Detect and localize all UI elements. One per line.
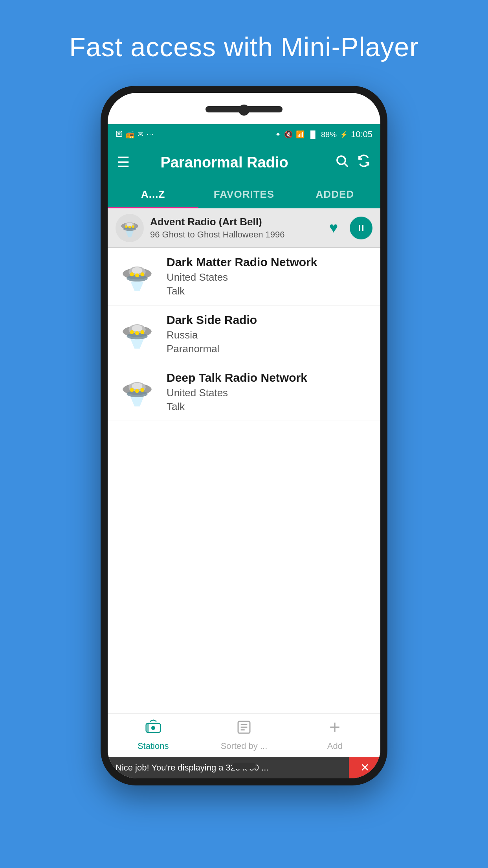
svg-point-7 <box>128 226 131 228</box>
mini-player-info: Advent Radio (Art Bell) 96 Ghost to Ghos… <box>150 216 323 240</box>
wifi-icon: 📶 <box>296 130 305 139</box>
tab-az[interactable]: A...Z <box>108 180 198 208</box>
bottom-navigation: Stations Sorted by ... <box>108 714 380 757</box>
status-left-icons: 🖼 📻 ✉ ··· <box>116 130 154 139</box>
battery-indicator: 88% <box>321 130 337 139</box>
svg-point-34 <box>140 388 144 392</box>
sortedby-nav-icon <box>236 719 252 739</box>
station-art-1 <box>116 255 159 298</box>
svg-point-0 <box>337 156 345 164</box>
sortedby-nav-label: Sorted by ... <box>221 741 268 751</box>
list-item[interactable]: Dark Side Radio Russia Paranormal <box>108 305 380 363</box>
hamburger-menu-icon[interactable]: ☰ <box>117 154 130 171</box>
svg-point-17 <box>135 274 139 278</box>
svg-point-22 <box>132 325 143 332</box>
mini-player-subtitle: 96 Ghost to Ghost Halloween 1996 <box>150 230 323 240</box>
svg-rect-11 <box>362 225 363 231</box>
add-nav-icon <box>327 719 343 739</box>
station-genre-2: Paranormal <box>167 343 372 355</box>
status-bar: 🖼 📻 ✉ ··· ✦ 🔇 📶 ▐▌ 88% ⚡ 10:05 <box>108 124 380 145</box>
svg-point-25 <box>135 331 139 335</box>
app-toolbar: ☰ Paranormal Radio <box>108 145 380 180</box>
nav-add[interactable]: Add <box>290 714 380 757</box>
nav-stations[interactable]: Stations <box>108 714 198 757</box>
stations-nav-icon <box>145 719 161 739</box>
svg-rect-10 <box>359 225 360 231</box>
mini-player-art <box>116 214 144 242</box>
nav-sorted[interactable]: Sorted by ... <box>198 714 289 757</box>
toolbar-actions <box>335 154 371 171</box>
svg-point-30 <box>132 383 143 390</box>
tagline: Fast access with Mini-Player <box>46 0 442 86</box>
station-country-1: United States <box>167 271 372 283</box>
station-name-3: Deep Talk Radio Network <box>167 371 372 384</box>
list-item[interactable]: Dark Matter Radio Network United States … <box>108 248 380 305</box>
mute-icon: 🔇 <box>284 130 293 139</box>
tab-favorites[interactable]: FAVORITES <box>198 180 289 208</box>
station-info-2: Dark Side Radio Russia Paranormal <box>167 313 372 355</box>
mini-player-title: Advent Radio (Art Bell) <box>150 216 323 228</box>
svg-point-16 <box>130 272 134 276</box>
dots-status-icon: ··· <box>147 131 154 138</box>
charging-icon: ⚡ <box>340 131 348 138</box>
svg-line-1 <box>345 163 348 166</box>
phone-inner: 🖼 📻 ✉ ··· ✦ 🔇 📶 ▐▌ 88% ⚡ 10:05 ☰ <box>108 93 380 778</box>
email-status-icon: ✉ <box>138 130 143 139</box>
clock: 10:05 <box>351 129 372 140</box>
bluetooth-icon: ✦ <box>275 130 281 139</box>
phone-speaker <box>205 106 283 112</box>
pause-button[interactable] <box>350 217 372 239</box>
phone-home-button[interactable] <box>232 763 256 769</box>
station-list: Dark Matter Radio Network United States … <box>108 248 380 714</box>
station-info-3: Deep Talk Radio Network United States Ta… <box>167 371 372 413</box>
svg-point-24 <box>130 330 134 334</box>
image-status-icon: 🖼 <box>116 131 123 139</box>
svg-point-37 <box>151 726 155 730</box>
tab-added[interactable]: ADDED <box>290 180 380 208</box>
station-art-3 <box>116 370 159 414</box>
svg-marker-9 <box>126 231 134 237</box>
station-genre-1: Talk <box>167 285 372 297</box>
station-art-2 <box>116 313 159 356</box>
station-name-2: Dark Side Radio <box>167 313 372 327</box>
svg-marker-19 <box>130 281 143 291</box>
svg-point-8 <box>132 225 134 228</box>
list-item[interactable]: Deep Talk Radio Network United States Ta… <box>108 363 380 421</box>
svg-point-6 <box>125 225 127 228</box>
stations-nav-label: Stations <box>138 741 169 751</box>
tab-bar: A...Z FAVORITES ADDED <box>108 180 380 208</box>
app-title: Paranormal Radio <box>138 154 311 171</box>
svg-point-33 <box>135 389 139 393</box>
status-right-icons: ✦ 🔇 📶 ▐▌ 88% ⚡ 10:05 <box>275 129 372 140</box>
phone-frame: 🖼 📻 ✉ ··· ✦ 🔇 📶 ▐▌ 88% ⚡ 10:05 ☰ <box>101 86 387 785</box>
favorite-button[interactable]: ♥ <box>323 217 344 239</box>
svg-point-18 <box>140 272 144 276</box>
add-nav-label: Add <box>327 741 343 751</box>
signal-icon: ▐▌ <box>308 131 318 139</box>
ad-close-button[interactable]: ✕ <box>349 757 380 778</box>
radio-status-icon: 📻 <box>126 130 134 139</box>
svg-marker-27 <box>130 339 143 348</box>
svg-point-32 <box>130 388 134 392</box>
svg-point-26 <box>140 330 144 334</box>
station-name-1: Dark Matter Radio Network <box>167 256 372 269</box>
screen: 🖼 📻 ✉ ··· ✦ 🔇 📶 ▐▌ 88% ⚡ 10:05 ☰ <box>108 124 380 757</box>
station-genre-3: Talk <box>167 401 372 413</box>
mini-player-actions: ♥ <box>323 217 372 239</box>
station-info-1: Dark Matter Radio Network United States … <box>167 256 372 297</box>
svg-marker-35 <box>130 397 143 406</box>
mini-player[interactable]: Advent Radio (Art Bell) 96 Ghost to Ghos… <box>108 208 380 248</box>
svg-point-14 <box>132 267 143 274</box>
refresh-icon[interactable] <box>357 154 371 171</box>
search-icon[interactable] <box>335 154 349 171</box>
station-country-2: Russia <box>167 329 372 341</box>
station-country-3: United States <box>167 387 372 399</box>
